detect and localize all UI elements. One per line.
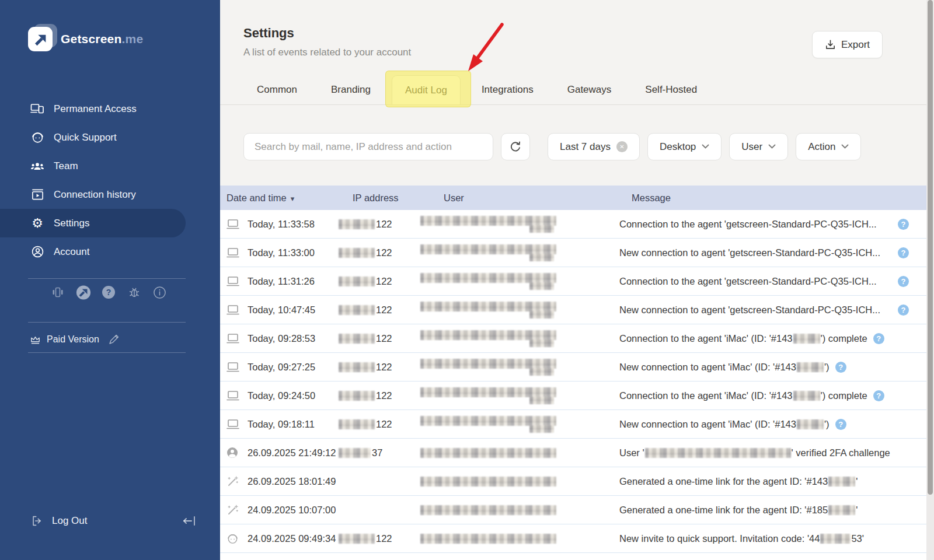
export-button[interactable]: Export: [812, 31, 883, 58]
help-icon[interactable]: [898, 247, 909, 258]
redacted-ip: [339, 248, 375, 258]
info-circle-icon[interactable]: [152, 285, 167, 300]
help-icon[interactable]: [873, 390, 884, 401]
filter-date-range[interactable]: Last 7 days: [548, 133, 640, 160]
sidebar-item-team[interactable]: Team: [0, 152, 220, 180]
table-row: Today, 11:33:58 122 Connection to the ag…: [220, 210, 934, 239]
tab-integrations[interactable]: Integrations: [469, 75, 546, 104]
tab-common[interactable]: Common: [244, 75, 310, 104]
table-row: 24.09.2025 10:07:00 Generated a one-time…: [220, 496, 934, 524]
settings-tabs: Common Branding Audit Log Integrations G…: [220, 75, 934, 105]
app-logo[interactable]: Getscreen.me: [28, 27, 143, 51]
history-icon: [30, 188, 44, 202]
arrow-annotation: [456, 20, 509, 76]
redacted-ip: [339, 276, 375, 286]
main-content: Settings A list of events related to you…: [220, 0, 934, 560]
tab-self-hosted[interactable]: Self-Hosted: [632, 75, 710, 104]
help-icon[interactable]: [898, 219, 909, 230]
redacted-ip: [339, 305, 375, 315]
redacted-id: [793, 334, 820, 344]
redacted-user: [420, 302, 556, 312]
laptop-icon: [226, 304, 248, 316]
sidebar-divider: [28, 278, 186, 279]
filter-action[interactable]: Action: [796, 133, 861, 160]
table-row: 26.09.2025 21:49:12 37 User '' verified …: [220, 439, 934, 467]
magic-wand-icon: [226, 504, 248, 516]
logout-button[interactable]: Log Out: [52, 515, 88, 527]
sidebar-item-account[interactable]: Account: [0, 237, 220, 266]
help-icon[interactable]: [835, 419, 846, 430]
page-subtitle: A list of events related to your account: [243, 47, 411, 58]
filter-device[interactable]: Desktop: [647, 133, 722, 160]
redacted-user: [645, 448, 791, 458]
column-date-sort[interactable]: Date and time: [226, 192, 353, 204]
devices-icon: [30, 102, 44, 116]
logout-row: Log Out: [30, 512, 197, 530]
collapse-sidebar-icon[interactable]: [182, 513, 197, 528]
getscreen-logo-icon: [28, 27, 53, 51]
sidebar: Getscreen.me Permanent Access: [0, 0, 220, 560]
scrollbar-track[interactable]: [926, 0, 934, 560]
redacted-ip: [339, 219, 375, 229]
redacted-user: [420, 387, 556, 397]
tab-audit-log[interactable]: Audit Log: [392, 75, 461, 104]
help-icon[interactable]: [898, 304, 909, 316]
tab-gateways[interactable]: Gateways: [555, 75, 625, 104]
edit-pencil-icon[interactable]: [108, 334, 120, 345]
help-icon[interactable]: [835, 362, 846, 373]
redacted-id: [797, 362, 824, 372]
column-user: User: [444, 192, 632, 204]
headset-icon: [226, 533, 248, 545]
account-icon: [30, 245, 44, 259]
chevron-down-icon: [768, 144, 776, 149]
help-icon[interactable]: [873, 333, 884, 344]
laptop-icon: [226, 419, 248, 430]
sidebar-nav: Permanent Access Quick Support: [0, 94, 220, 266]
sidebar-item-permanent-access[interactable]: Permanent Access: [0, 94, 220, 123]
help-circle-icon[interactable]: ?: [101, 285, 116, 300]
redacted-id: [828, 505, 855, 515]
versions-icon[interactable]: [50, 285, 65, 300]
sidebar-item-connection-history[interactable]: Connection history: [0, 180, 220, 209]
svg-text:?: ?: [106, 288, 111, 297]
redacted-ip: [339, 419, 375, 429]
page-title: Settings: [243, 26, 294, 41]
redacted-ip: [339, 391, 375, 401]
redacted-user: [420, 448, 556, 458]
redacted-id: [793, 391, 820, 401]
search-box: [243, 133, 493, 160]
clear-filter-icon[interactable]: [616, 141, 628, 152]
redacted-user: [420, 273, 556, 283]
download-icon: [825, 39, 836, 50]
laptop-icon: [226, 219, 248, 230]
refresh-button[interactable]: [501, 133, 530, 160]
redacted-user: [420, 534, 556, 544]
tab-branding[interactable]: Branding: [318, 75, 384, 104]
laptop-icon: [226, 333, 248, 344]
gear-icon: ⚙: [30, 216, 44, 230]
user-circle-icon: [226, 447, 248, 459]
table-row: Today, 09:18:11 122 New connection to ag…: [220, 410, 934, 439]
laptop-icon: [226, 362, 248, 373]
sidebar-item-quick-support[interactable]: Quick Support: [0, 123, 220, 152]
filter-user[interactable]: User: [729, 133, 788, 160]
chevron-down-icon: [841, 144, 849, 149]
sidebar-divider: [28, 352, 186, 353]
column-ip: IP address: [353, 192, 444, 204]
chevron-down-icon: [702, 144, 709, 149]
help-icon[interactable]: [898, 276, 909, 287]
getscreen-circle-icon[interactable]: [76, 285, 91, 300]
redacted-ip: [339, 334, 375, 344]
laptop-icon: [226, 390, 248, 401]
sort-caret-icon: [291, 192, 295, 204]
redacted-user: [420, 330, 556, 340]
headset-icon: [30, 131, 44, 145]
bug-icon[interactable]: [127, 285, 142, 300]
redacted-user: [420, 477, 556, 487]
sidebar-item-settings[interactable]: ⚙ Settings: [0, 209, 186, 237]
table-row: Today, 11:31:26 122 Connection to the ag…: [220, 267, 934, 296]
scrollbar-thumb[interactable]: [928, 0, 933, 495]
laptop-icon: [226, 247, 248, 258]
search-input[interactable]: [255, 141, 482, 153]
redacted-ip: [339, 362, 375, 372]
